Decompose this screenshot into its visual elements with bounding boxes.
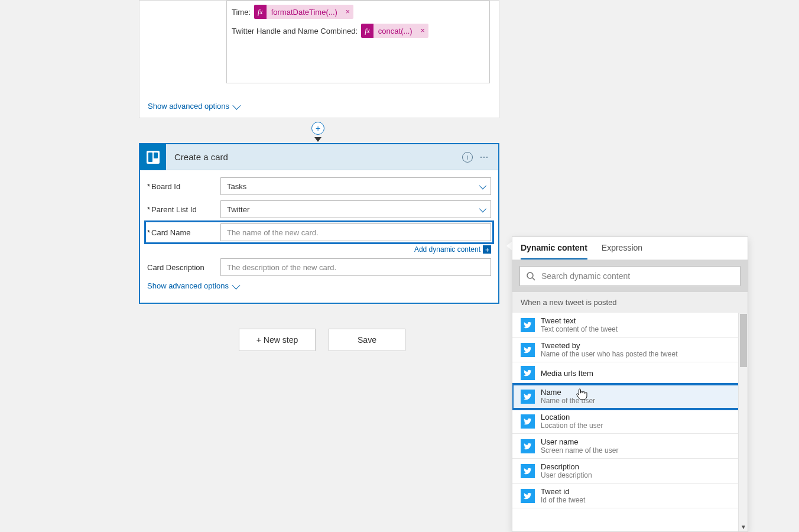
card-description-label: Card Description (147, 263, 220, 272)
svg-line-1 (532, 278, 535, 280)
info-button[interactable]: i (459, 149, 476, 166)
show-advanced-label: Show advanced options (147, 281, 229, 290)
dyn-item-user-name[interactable]: User name Screen name of the user (512, 434, 748, 459)
add-dynamic-content-link[interactable]: Add dynamic content ＋ (147, 245, 491, 254)
fx-token-concat[interactable]: fx concat(...) × (361, 24, 428, 38)
chevron-down-icon (232, 101, 241, 109)
action-header[interactable]: Create a card i ··· (140, 144, 498, 170)
show-advanced-link[interactable]: Show advanced options (147, 281, 491, 290)
dyn-item-desc: Text content of the tweet (541, 325, 618, 333)
time-label: Time: (232, 8, 251, 17)
dyn-item-desc: Name of the user who has posted the twee… (541, 350, 677, 358)
dyn-item-name: Location (541, 413, 603, 421)
board-id-value: Tasks (227, 182, 246, 191)
dyn-item-name: User name (541, 437, 618, 446)
twitter-icon (521, 414, 535, 429)
combined-label: Twitter Handle and Name Combined: (232, 27, 358, 35)
dyn-item-description[interactable]: Description User description (512, 459, 748, 484)
twitter-icon (521, 390, 535, 404)
plus-icon: ＋ (483, 245, 491, 254)
twitter-icon (521, 343, 535, 357)
card-name-label: Card Name (147, 228, 220, 237)
twitter-icon (521, 366, 535, 380)
board-id-select[interactable]: Tasks (220, 177, 491, 195)
chevron-down-icon (232, 281, 240, 289)
chevron-down-icon (479, 205, 485, 214)
dyn-item-name: Tweet text (541, 316, 618, 325)
create-card-action: Create a card i ··· Board Id Tasks Paren… (139, 143, 499, 304)
search-icon (526, 271, 535, 281)
twitter-icon (521, 464, 535, 478)
compose-card: Time: fx formatDateTime(...) × Twitter H… (139, 0, 499, 118)
fx-icon: fx (254, 5, 267, 19)
dyn-tabs: Dynamic content Expression (512, 237, 748, 260)
remove-token-icon[interactable]: × (342, 8, 353, 16)
action-title: Create a card (174, 152, 459, 162)
compose-row-combined: Twitter Handle and Name Combined: fx con… (232, 24, 485, 38)
fx-token-formatdatetime[interactable]: fx formatDateTime(...) × (254, 5, 353, 19)
fx-icon: fx (361, 24, 373, 38)
card-description-input[interactable]: The description of the new card. (220, 258, 491, 276)
scroll-down-icon[interactable]: ▼ (740, 524, 746, 530)
button-row: + New step Save (239, 329, 405, 351)
dyn-list: Tweet text Text content of the tweet Twe… (512, 313, 748, 531)
parent-list-value: Twitter (227, 205, 249, 214)
parent-list-label: Parent List Id (147, 205, 220, 214)
ellipsis-icon: ··· (479, 151, 488, 163)
card-name-input[interactable]: The name of the new card. (220, 223, 491, 241)
row-parent-list: Parent List Id Twitter (147, 200, 491, 218)
twitter-icon (521, 439, 535, 453)
scrollbar-thumb[interactable] (740, 314, 747, 367)
dyn-item-name-label: Name (541, 388, 595, 397)
scrollbar[interactable]: ▼ (738, 313, 748, 531)
compose-body[interactable]: Time: fx formatDateTime(...) × Twitter H… (226, 1, 490, 83)
chevron-down-icon (479, 182, 485, 191)
dyn-item-location[interactable]: Location Location of the user (512, 409, 748, 434)
dyn-section-title: When a new tweet is posted (512, 292, 748, 313)
step-connector: + (317, 118, 319, 143)
dyn-item-desc: Id of the tweet (541, 496, 585, 504)
more-button[interactable]: ··· (476, 149, 492, 166)
add-dynamic-label: Add dynamic content (414, 245, 480, 254)
card-name-focus: Card Name The name of the new card. (144, 220, 494, 244)
fx-text: concat(...) (373, 27, 417, 35)
info-icon: i (462, 152, 473, 163)
twitter-icon (521, 489, 535, 503)
dyn-search-wrap (512, 260, 748, 292)
fx-text: formatDateTime(...) (267, 8, 342, 17)
dyn-item-tweet-text[interactable]: Tweet text Text content of the tweet (512, 313, 748, 338)
add-step-button[interactable]: + (311, 122, 324, 135)
twitter-icon (521, 318, 535, 332)
tab-dynamic-content[interactable]: Dynamic content (521, 243, 587, 259)
save-button[interactable]: Save (329, 329, 405, 351)
remove-token-icon[interactable]: × (417, 27, 428, 35)
show-advanced-label: Show advanced options (148, 102, 229, 111)
row-board-id: Board Id Tasks (147, 177, 491, 195)
new-step-button[interactable]: + New step (239, 329, 316, 351)
row-card-description: Card Description The description of the … (147, 258, 491, 276)
dyn-item-media-urls[interactable]: Media urls Item (512, 362, 748, 384)
tab-expression[interactable]: Expression (602, 243, 642, 259)
parent-list-select[interactable]: Twitter (220, 200, 491, 218)
dyn-item-tweet-id[interactable]: Tweet id Id of the tweet (512, 484, 748, 508)
action-body: Board Id Tasks Parent List Id Twitter Ca… (140, 170, 498, 290)
dyn-item-desc: Location of the user (541, 421, 603, 430)
dyn-search[interactable] (519, 266, 740, 286)
dyn-item-name: Tweeted by (541, 341, 677, 350)
compose-row-time: Time: fx formatDateTime(...) × (232, 5, 485, 19)
dyn-item-name: Description (541, 462, 592, 471)
show-advanced-link[interactable]: Show advanced options (148, 102, 239, 111)
dyn-item-name[interactable]: Name Name of the user (512, 384, 748, 409)
dyn-item-desc: Screen name of the user (541, 446, 618, 455)
dyn-item-desc: User description (541, 471, 592, 479)
dyn-item-tweeted-by[interactable]: Tweeted by Name of the user who has post… (512, 338, 748, 362)
board-id-label: Board Id (147, 182, 220, 191)
trello-icon (140, 144, 166, 170)
dynamic-content-panel: Dynamic content Expression When a new tw… (512, 236, 748, 532)
dyn-item-name: Media urls Item (541, 369, 593, 378)
row-card-name: Card Name The name of the new card. (147, 223, 491, 241)
arrow-down-icon (314, 137, 321, 142)
svg-point-0 (527, 273, 533, 278)
dyn-search-input[interactable] (541, 271, 734, 281)
dyn-item-name: Tweet id (541, 487, 585, 496)
